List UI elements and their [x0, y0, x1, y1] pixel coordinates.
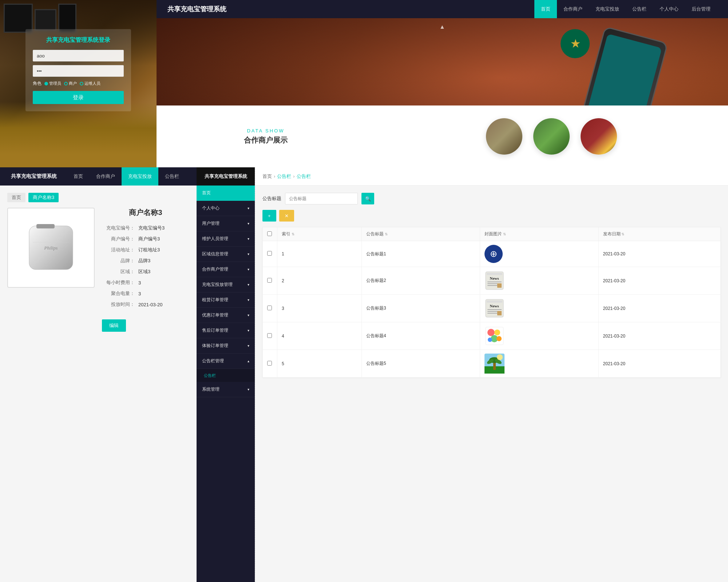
sidebar-item-aftersale[interactable]: 售后订单管理 [197, 323, 255, 338]
svg-text:News: News [490, 276, 499, 280]
breadcrumb-home[interactable]: 首页 [7, 193, 25, 202]
sidebar-item-charger-mgmt[interactable]: 充电宝投放管理 [197, 277, 255, 292]
role-admin[interactable]: 管理员 [44, 81, 61, 86]
hero-arrow-up[interactable]: ▲ [439, 24, 445, 30]
wall-frame-1 [4, 4, 33, 33]
sidebar-item-profile[interactable]: 个人中心 [197, 201, 255, 216]
row-4-checkbox[interactable] [267, 333, 272, 338]
sidebar-item-ops[interactable]: 维护人员管理 [197, 231, 255, 247]
admin-breadcrumb-bulletin-sub: 公告栏 [297, 173, 311, 180]
login-background: 共享充电宝管理系统登录 角色 管理员 商户 运维人员 [0, 0, 157, 167]
info-row-2: 商户编号： 商户编号3 [102, 236, 189, 242]
row-4-title: 公告标题4 [362, 322, 480, 350]
svg-rect-16 [487, 313, 498, 314]
sidebar-item-users[interactable]: 用户管理 [197, 216, 255, 231]
info-value-brand: 品牌3 [138, 258, 150, 264]
row-5-checkbox[interactable] [267, 361, 272, 366]
nav-bulletin[interactable]: 公告栏 [626, 0, 653, 18]
sidebar-item-home[interactable]: 首页 [197, 186, 255, 201]
sidebar-item-area[interactable]: 区域信息管理 [197, 247, 255, 262]
info-value-rate: 3 [138, 280, 141, 286]
merchant-circle-3[interactable] [581, 118, 617, 155]
charger-nav-charger[interactable]: 充电宝投放 [122, 167, 158, 186]
password-input[interactable] [33, 65, 124, 77]
sidebar-item-system[interactable]: 系统管理 [197, 382, 255, 397]
svg-rect-9 [487, 285, 498, 286]
charger-svg: Philips [18, 219, 84, 277]
filter-row: 公告标题 🔍 [262, 193, 721, 204]
nav-charger[interactable]: 充电宝投放 [589, 0, 626, 18]
sofa-decoration [0, 102, 157, 167]
login-button[interactable]: 登录 [33, 91, 124, 104]
nav-home[interactable]: 首页 [534, 0, 557, 18]
login-panel: 共享充电宝管理系统登录 角色 管理员 商户 运维人员 [0, 0, 157, 167]
add-button[interactable]: + [262, 210, 276, 222]
info-value-id: 充电宝编号3 [138, 225, 165, 231]
charger-info: 商户名称3 充电宝编号： 充电宝编号3 商户编号： 商户编号3 活动地址： 订租… [102, 208, 189, 332]
sidebar-item-promo[interactable]: 优惠订单管理 [197, 308, 255, 323]
info-value-addr: 订租地址3 [138, 247, 160, 253]
sidebar-item-merchants[interactable]: 合作商户管理 [197, 262, 255, 277]
row-5-checkbox-cell [263, 350, 277, 378]
data-show-subtitle: DATA SHOW [164, 128, 368, 133]
role-merchant[interactable]: 商户 [64, 81, 77, 86]
nav-admin[interactable]: 后台管理 [685, 0, 717, 18]
role-label: 角色 [33, 80, 41, 87]
filter-search-button[interactable]: 🔍 [361, 193, 374, 204]
charger-nav-bulletin[interactable]: 公告栏 [158, 167, 186, 186]
news-thumb-svg-2: News [484, 271, 505, 291]
row-5-title: 公告标题5 [362, 350, 480, 378]
th-checkbox [263, 227, 277, 241]
role-ops[interactable]: 运维人员 [80, 81, 100, 86]
charger-main: Philips 商户名称3 充电宝编号： 充电宝编号3 商户编号： 商户编号3 … [7, 208, 189, 332]
admin-content: 首页 › 公告栏 › 公告栏 公告标题 🔍 + ✕ 索引 公告标题 [255, 167, 728, 582]
sidebar-item-bulletin-mgmt[interactable]: 公告栏管理 [197, 354, 255, 369]
info-row-5: 区域： 区域3 [102, 268, 189, 275]
username-input[interactable] [33, 50, 124, 61]
table-body: 1 公告标题1 2021-03-20 2 公告标题2 [263, 241, 721, 378]
site-logo: 共享充电宝管理系统 [167, 5, 226, 13]
sidebar-menu: 首页 个人中心 用户管理 维护人员管理 区域信息管理 合作商户管理 充电宝投放管… [197, 186, 255, 397]
site-header: 共享充电宝管理系统 首页 合作商户 充电宝投放 公告栏 个人中心 后台管理 [157, 0, 728, 18]
sidebar-item-trial[interactable]: 体验订单管理 [197, 338, 255, 354]
charger-content: 首页 商户名称3 [0, 186, 197, 339]
palm-thumb-svg [484, 354, 505, 374]
nav-merchants[interactable]: 合作商户 [557, 0, 589, 18]
charger-nav: 首页 合作商户 充电宝投放 公告栏 [67, 167, 186, 186]
merchant-circle-1[interactable] [486, 118, 522, 155]
svg-point-22 [488, 338, 492, 342]
sidebar-sub-bulletin[interactable]: 公告栏 [197, 369, 255, 382]
charger-logo: 共享充电宝管理系统 [11, 173, 57, 180]
row-3-checkbox[interactable] [267, 306, 272, 310]
table-row: 5 公告标题5 [263, 350, 721, 378]
row-2-checkbox[interactable] [267, 278, 272, 283]
edit-button[interactable]: 编辑 [102, 319, 126, 332]
row-5-date: 2021-03-20 [598, 350, 720, 378]
starbucks-logo: ★ [561, 29, 590, 58]
row-1-checkbox[interactable] [267, 251, 272, 256]
nav-profile[interactable]: 个人中心 [653, 0, 685, 18]
filter-input[interactable] [285, 193, 358, 204]
thumb-news-2: News [484, 271, 505, 291]
role-ops-label: 运维人员 [84, 81, 100, 86]
sidebar-item-rental[interactable]: 租赁订单管理 [197, 292, 255, 308]
info-value-area: 区域3 [138, 268, 150, 275]
svg-point-30 [497, 354, 503, 360]
delete-button[interactable]: ✕ [279, 210, 294, 222]
select-all-checkbox[interactable] [267, 231, 272, 236]
svg-text:News: News [490, 304, 499, 308]
row-4-thumb [480, 322, 598, 350]
charger-nav-merchants[interactable]: 合作商户 [90, 167, 122, 186]
info-label-brand: 品牌： [102, 258, 135, 264]
admin-content-body: 公告标题 🔍 + ✕ 索引 公告标题 封面图片 发布日期 [255, 186, 728, 385]
row-2-index: 2 [277, 267, 362, 295]
row-4-index: 4 [277, 322, 362, 350]
merchant-circle-2[interactable] [533, 118, 570, 155]
admin-sidebar: 共享充电宝管理系统 首页 个人中心 用户管理 维护人员管理 区域信息管理 合作商… [197, 167, 255, 582]
charger-nav-home[interactable]: 首页 [67, 167, 90, 186]
row-1-checkbox-cell [263, 241, 277, 267]
info-row-7: 聚合电量： 3 [102, 290, 189, 297]
charger-site-header: 共享充电宝管理系统 首页 合作商户 充电宝投放 公告栏 [0, 167, 197, 186]
admin-breadcrumb-home: 首页 [262, 173, 272, 180]
row-2-checkbox-cell [263, 267, 277, 295]
